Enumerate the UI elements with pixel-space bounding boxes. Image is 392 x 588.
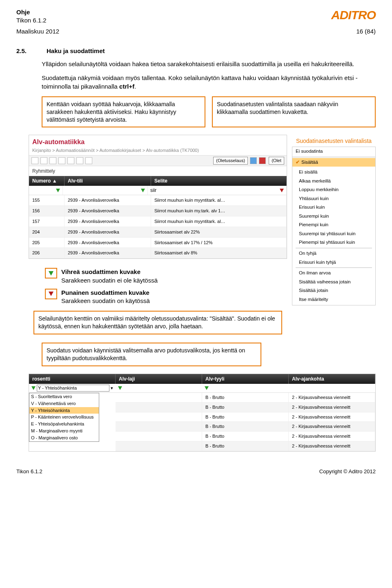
footer-right: Copyright © Aditro 2012 [319, 468, 376, 475]
callout-box-4: Suodatus voidaan käynnistää valitsemalla… [42, 343, 261, 366]
paragraph-2: Suodatettuja näkymiä voidaan myös tallen… [42, 74, 376, 91]
doc-title: Ohje [16, 8, 47, 16]
filter-option[interactable]: Itse määritelty [296, 295, 372, 304]
panel-title: Alv-automatiikka [29, 135, 287, 147]
grouping-label: Ryhmittely [29, 166, 287, 176]
callout-box-right: Suodatinasetusten valintalista saadaan n… [212, 96, 376, 128]
table-row[interactable]: 1562939 - ArvonlisäverovelkaSiirrot muuh… [29, 206, 287, 216]
funnel-icon[interactable] [205, 386, 209, 390]
col-selite[interactable]: Selite [151, 176, 287, 186]
filter-option-selected[interactable]: ✔ Sisältää [292, 158, 375, 167]
funnel-icon[interactable] [31, 386, 36, 390]
dropdown-option[interactable]: P - Käänteinen verovelvollisuus [29, 414, 99, 421]
funnel-icon [49, 292, 53, 296]
filter-option[interactable]: Loppuu merkkeihin [296, 185, 372, 194]
page-header: Ohje Tikon 6.1.2 ADITRO [16, 8, 376, 25]
table-header: Numero ▲ Alv-tili Selite [29, 176, 287, 186]
callout-box-left: Kenttään voidaan syöttää hakuarvoja, kli… [42, 96, 205, 128]
legend-red: Punainen suodattimen kuvakeSarakkeen suo… [45, 289, 287, 305]
dropdown-option[interactable]: E - Yhteisöpalveluhankinta [29, 421, 99, 428]
table-row[interactable]: B - Brutto2 - Kirjausvaiheessa vienneitt [116, 393, 375, 403]
green-funnel-box [45, 268, 57, 278]
table-row[interactable]: B - Brutto2 - Kirjausvaiheessa vienneitt [116, 403, 375, 412]
table-row[interactable]: 2052939 - ArvonlisäverovelkaSiirtosaamis… [29, 238, 287, 248]
filter-list-label: Suodatinasetusten valintalista [292, 137, 376, 145]
table-row[interactable]: B - Brutto2 - Kirjausvaiheessa vienneitt [116, 412, 375, 422]
filter-option[interactable]: Suurempi kuin [296, 212, 372, 221]
funnel-icon[interactable] [118, 386, 122, 390]
filter-option[interactable]: Sisältää jotain [296, 286, 372, 295]
filter-options-list: Ei suodatinta ✔ Sisältää Ei sisälläAlkaa… [292, 147, 376, 305]
dropdown-option[interactable]: S - Suoritettava vero [29, 393, 99, 400]
table2-header: rosentti Alv-laji Alv-tyyli Alv-ajankoht… [29, 374, 375, 384]
legend-red-text: Sarakkeen suodatin on käytössä [61, 297, 150, 304]
funnel-icon[interactable] [56, 189, 60, 192]
footer-left: Tikon 6.1.2 [16, 468, 42, 475]
browse-select[interactable]: (Oletusselaus) [213, 157, 248, 165]
check-icon: ✔ [296, 159, 300, 166]
table-row[interactable]: B - Brutto2 - Kirjausvaiheessa vienneitt [116, 441, 375, 451]
red-funnel-box [45, 289, 57, 299]
col-alvlaji[interactable]: Alv-laji [116, 374, 202, 384]
toolbar-icon[interactable] [76, 157, 83, 164]
filter-row: siir [29, 186, 287, 195]
toolbar-icon[interactable] [85, 157, 92, 164]
col-numero[interactable]: Numero ▲ [29, 176, 65, 186]
section-number: 2.5. [16, 47, 29, 55]
dropdown-alvlaji[interactable]: Y - Yhteisöhankinta [37, 385, 109, 392]
legend-green-title: Vihreä suodattimen kuvake [61, 268, 158, 276]
date-line: Maaliskuu 2012 16 (84) [16, 27, 376, 36]
filter-option[interactable]: Pienempi kuin [296, 220, 372, 229]
filter-option[interactable]: On ilman arvoa [296, 269, 372, 278]
dropdown-option[interactable]: V - Vähennettävä vero [29, 400, 99, 407]
filter-option[interactable]: Erisuuri kuin tyhjä [296, 258, 372, 267]
toolbar-icon[interactable] [31, 157, 38, 164]
filter-option[interactable]: Alkaa merkeillä [296, 177, 372, 186]
section-heading: 2.5. Haku ja suodattimet [16, 47, 376, 55]
page-footer: Tikon 6.1.2 Copyright © Aditro 2012 [16, 468, 376, 475]
col-alvtyyli[interactable]: Alv-tyyli [202, 374, 289, 384]
filter-option[interactable]: On tyhjä [296, 249, 372, 258]
toolbar-icon[interactable] [58, 157, 65, 164]
legend-green-text: Sarakkeen suodatin ei ole käytössä [61, 277, 158, 284]
col-alvajankohta[interactable]: Alv-ajankohta [289, 374, 375, 384]
toolbar-icon[interactable] [49, 157, 56, 164]
page-number: 16 (84) [356, 27, 376, 36]
filter-row-2: Y - Yhteisöhankinta▾ [29, 384, 375, 393]
table-row[interactable]: 1572939 - ArvonlisäverovelkaSiirrot muuh… [29, 216, 287, 227]
section-title: Haku ja suodattimet [47, 47, 105, 55]
filter-option[interactable]: Erisuuri kuin [296, 203, 372, 212]
filter-option[interactable]: Ei sisällä [296, 168, 372, 177]
table-row[interactable]: B - Brutto2 - Kirjausvaiheessa vienneitt [116, 432, 375, 441]
callout-box-3: Selailunäytön kenttiin on valmiiksi määr… [33, 311, 282, 334]
filter-option[interactable]: Pienempi tai yhtäsuuri kuin [296, 238, 372, 247]
dropdown-option[interactable]: Y - Yhteisöhankinta [29, 407, 99, 414]
filter-option[interactable]: Sisältää vaiheessa jotain [296, 278, 372, 287]
browse-select-2[interactable]: (Olet [269, 157, 284, 165]
table-row[interactable]: 2062939 - ArvonlisäverovelkaSiirtosaamis… [29, 248, 287, 258]
filter-option[interactable]: Ei suodatinta [292, 147, 375, 156]
dropdown-option[interactable]: O - Marginaalivero osto [29, 434, 99, 441]
paragraph-1: Ylläpidon selailunäytöltä voidaan hakea … [42, 60, 376, 68]
col-rosentti[interactable]: rosentti [29, 374, 116, 384]
save-icon[interactable] [250, 157, 257, 164]
delete-icon[interactable] [259, 157, 266, 164]
doc-subtitle: Tikon 6.1.2 [16, 16, 47, 24]
filter-option[interactable]: Suurempi tai yhtäsuuri kuin [296, 229, 372, 238]
col-alvtili[interactable]: Alv-tili [65, 176, 151, 186]
legend-green: Vihreä suodattimen kuvakeSarakkeen suoda… [45, 268, 287, 285]
date-left: Maaliskuu 2012 [16, 27, 59, 36]
table-row[interactable]: 1552939 - ArvonlisäverovelkaSiirrot muuh… [29, 195, 287, 206]
funnel-icon-active[interactable] [280, 189, 284, 192]
table-row[interactable]: 2042939 - ArvonlisäverovelkaSiirtosaamis… [29, 227, 287, 238]
funnel-icon[interactable] [141, 189, 145, 192]
filter-input[interactable]: siir [150, 187, 278, 194]
filter-option[interactable]: Yhtäsuuri kuin [296, 194, 372, 203]
legend-red-title: Punainen suodattimen kuvake [61, 289, 150, 297]
dropdown-list: S - Suoritettava veroV - Vähennettävä ve… [29, 393, 99, 442]
toolbar: (Oletusselaus) (Olet [29, 155, 287, 166]
toolbar-icon[interactable] [67, 157, 74, 164]
toolbar-icon[interactable] [40, 157, 47, 164]
dropdown-option[interactable]: M - Marginaalivero myynti [29, 428, 99, 434]
table-row[interactable]: B - Brutto2 - Kirjausvaiheessa vienneitt [116, 422, 375, 432]
